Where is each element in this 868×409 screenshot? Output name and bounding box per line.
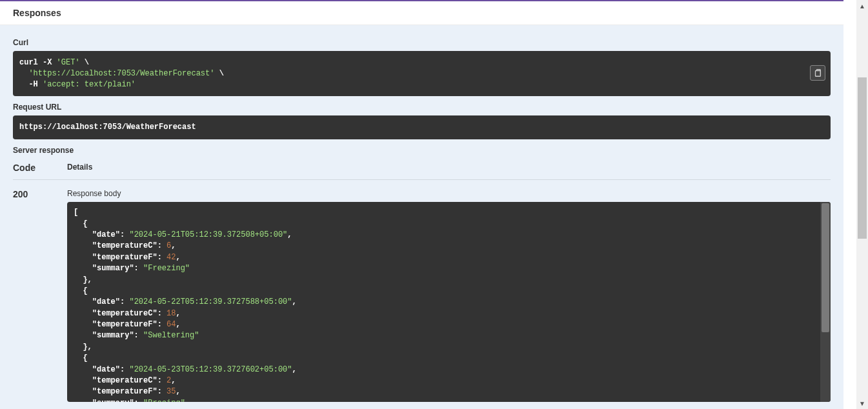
svg-rect-0 (816, 71, 821, 77)
request-url-label: Request URL (13, 103, 831, 112)
response-table-head: Code Details (13, 163, 831, 180)
response-row: 200 Response body [ { "date": "2024-05-2… (13, 180, 831, 402)
clipboard-icon (813, 68, 822, 77)
responses-panel: Responses Curl curl -X 'GET' \ 'https://… (0, 0, 843, 409)
response-body-block: [ { "date": "2024-05-21T05:12:39.372508+… (67, 202, 831, 402)
curl-method: GET (61, 58, 76, 67)
curl-label: Curl (13, 38, 831, 47)
response-body-scrollbar[interactable] (820, 202, 831, 402)
response-details: Response body [ { "date": "2024-05-21T05… (67, 189, 831, 402)
scrollbar-thumb[interactable] (822, 203, 829, 332)
responses-header: Responses (0, 1, 843, 25)
request-url-value: https://localhost:7053/WeatherForecast (19, 123, 196, 132)
curl-block: curl -X 'GET' \ 'https://localhost:7053/… (13, 51, 831, 96)
server-response-label: Server response (13, 146, 831, 155)
request-url-block: https://localhost:7053/WeatherForecast (13, 115, 831, 139)
window-scrollbar-thumb[interactable] (858, 77, 867, 239)
copy-curl-button[interactable] (810, 65, 825, 81)
scroll-up-icon[interactable]: ▲ (856, 0, 868, 12)
code-column-header: Code (13, 163, 67, 173)
response-code: 200 (13, 189, 67, 402)
responses-body: Curl curl -X 'GET' \ 'https://localhost:… (0, 25, 843, 409)
scroll-down-icon[interactable]: ▼ (856, 397, 868, 409)
details-column-header: Details (67, 163, 831, 173)
curl-url: https://localhost:7053/WeatherForecast (34, 69, 210, 78)
response-body-label: Response body (67, 189, 831, 198)
window-scrollbar[interactable]: ▲ ▼ (856, 0, 868, 409)
curl-accept: accept: text/plain (47, 80, 131, 89)
main-viewport: Responses Curl curl -X 'GET' \ 'https://… (0, 0, 856, 409)
responses-title: Responses (13, 8, 831, 18)
